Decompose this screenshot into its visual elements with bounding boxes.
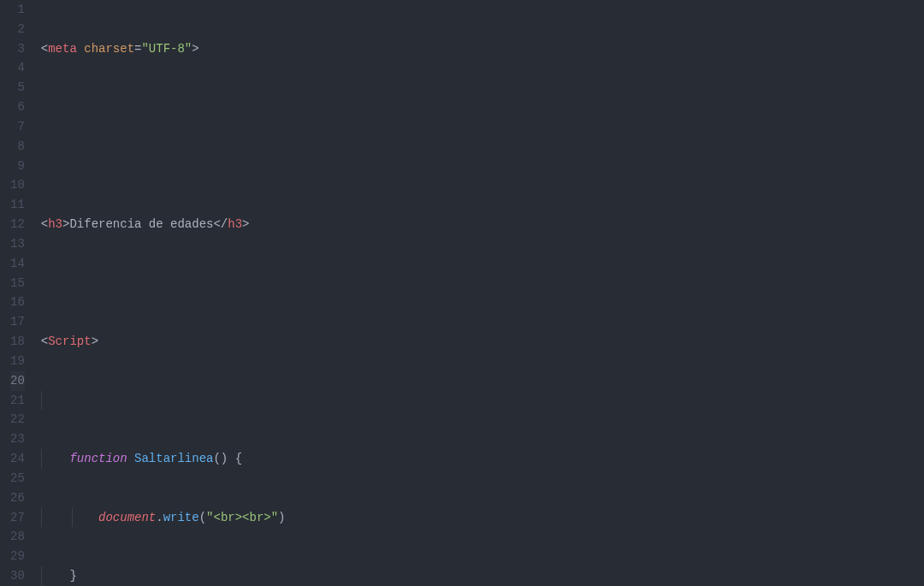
code-area[interactable]: <meta charset="UTF-8"> <h3>Diferencia de…: [32, 0, 924, 586]
line-number: 7: [10, 117, 25, 137]
code-editor[interactable]: 1234567891011121314151617181920212223242…: [0, 0, 924, 586]
line-number: 5: [10, 78, 25, 98]
line-number: 19: [10, 352, 25, 371]
line-number: 14: [10, 254, 25, 274]
line-number: 12: [10, 215, 25, 234]
line-number: 11: [10, 195, 25, 215]
line-number: 2: [10, 20, 25, 39]
line-number: 1: [10, 0, 25, 20]
line-number: 24: [10, 449, 25, 469]
code-line[interactable]: <h3>Diferencia de edades</h3>: [41, 215, 924, 234]
line-number: 30: [10, 566, 25, 586]
line-number: 17: [10, 312, 25, 332]
line-number: 26: [10, 488, 25, 508]
line-number: 3: [10, 39, 25, 59]
line-number: 15: [10, 274, 25, 293]
line-number: 18: [10, 332, 25, 352]
line-number: 4: [10, 58, 25, 78]
line-number: 29: [10, 547, 25, 566]
line-number: 13: [10, 234, 25, 254]
line-number: 10: [10, 175, 25, 195]
code-line[interactable]: <Script>: [41, 332, 924, 352]
code-line[interactable]: [41, 274, 924, 293]
code-line[interactable]: <meta charset="UTF-8">: [41, 39, 924, 59]
code-line[interactable]: [41, 157, 924, 176]
line-number: 6: [10, 98, 25, 117]
line-number: 8: [10, 137, 25, 157]
code-line[interactable]: [41, 98, 924, 117]
line-number: 27: [10, 508, 25, 528]
line-number: 21: [10, 391, 25, 411]
line-number: 22: [10, 410, 25, 429]
code-line[interactable]: document.write("<br><br>"): [41, 508, 924, 528]
line-number: 28: [10, 527, 25, 547]
line-number-gutter: 1234567891011121314151617181920212223242…: [0, 0, 32, 586]
line-number: 23: [10, 429, 25, 449]
code-line[interactable]: }: [41, 566, 924, 586]
line-number: 20: [10, 371, 25, 391]
code-line[interactable]: function Saltarlinea() {: [41, 449, 924, 469]
line-number: 16: [10, 293, 25, 312]
line-number: 9: [10, 157, 25, 176]
code-line[interactable]: [41, 391, 924, 411]
line-number: 25: [10, 469, 25, 488]
